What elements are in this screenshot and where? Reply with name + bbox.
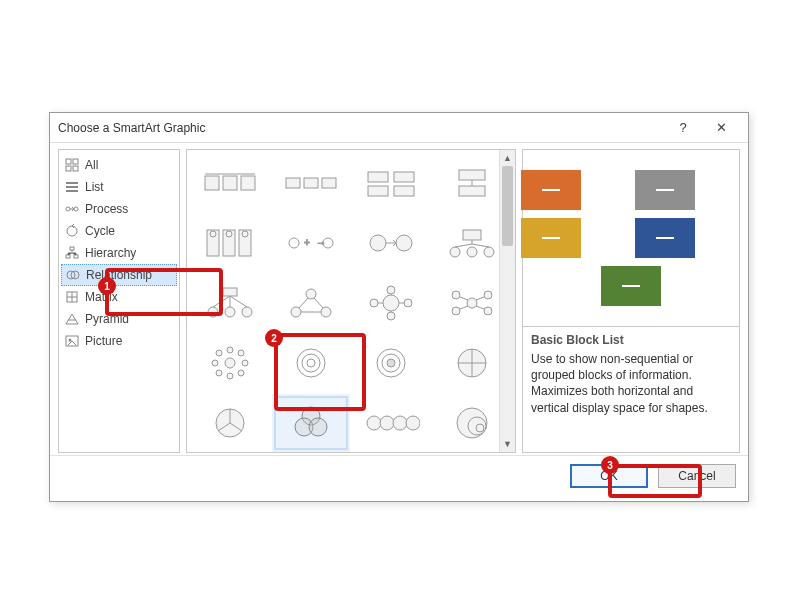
- close-button[interactable]: ✕: [702, 114, 740, 142]
- svg-point-61: [452, 291, 460, 299]
- svg-rect-22: [286, 178, 300, 188]
- svg-rect-2: [66, 166, 71, 171]
- svg-point-87: [393, 416, 407, 430]
- layout-thumb[interactable]: [191, 154, 270, 212]
- category-label: Cycle: [85, 224, 115, 238]
- svg-point-73: [238, 370, 244, 376]
- category-cycle[interactable]: Cycle: [61, 220, 177, 242]
- layout-thumb[interactable]: [272, 274, 351, 332]
- svg-point-8: [74, 207, 78, 211]
- category-matrix[interactable]: Matrix: [61, 286, 177, 308]
- svg-point-45: [450, 247, 460, 257]
- svg-point-75: [302, 354, 320, 372]
- pyramid-icon: [65, 312, 79, 326]
- category-pyramid[interactable]: Pyramid: [61, 308, 177, 330]
- gallery-scrollbar[interactable]: ▲ ▼: [499, 150, 515, 452]
- svg-rect-0: [66, 159, 71, 164]
- list-icon: [65, 180, 79, 194]
- category-hierarchy[interactable]: Hierarchy: [61, 242, 177, 264]
- help-button[interactable]: ?: [664, 114, 702, 142]
- svg-point-60: [467, 298, 477, 308]
- layout-thumb[interactable]: [191, 274, 270, 332]
- svg-rect-11: [66, 255, 70, 258]
- svg-point-46: [467, 247, 477, 257]
- category-label: Matrix: [85, 290, 118, 304]
- category-label: Picture: [85, 334, 122, 348]
- layout-thumb[interactable]: +→: [272, 214, 351, 272]
- svg-rect-28: [394, 186, 414, 196]
- svg-point-58: [387, 286, 395, 294]
- matrix-icon: [65, 290, 79, 304]
- ok-button[interactable]: OK: [570, 464, 648, 488]
- svg-point-56: [370, 299, 378, 307]
- layout-thumb[interactable]: [272, 154, 351, 212]
- preview-block-orange: [521, 170, 581, 210]
- svg-point-72: [216, 370, 222, 376]
- svg-rect-23: [304, 178, 318, 188]
- svg-point-7: [66, 207, 70, 211]
- svg-point-38: [289, 238, 299, 248]
- layout-thumb[interactable]: [352, 154, 431, 212]
- layout-thumb[interactable]: [352, 274, 431, 332]
- svg-point-57: [404, 299, 412, 307]
- svg-text:→: →: [316, 237, 326, 248]
- cycle-icon: [65, 224, 79, 238]
- category-relationship[interactable]: Relationship: [61, 264, 177, 286]
- category-list-item[interactable]: List: [61, 176, 177, 198]
- svg-point-85: [367, 416, 381, 430]
- svg-point-50: [225, 307, 235, 317]
- layout-thumb[interactable]: [272, 334, 351, 392]
- preview-block-yellow: [521, 218, 581, 258]
- svg-point-47: [484, 247, 494, 257]
- svg-point-53: [291, 307, 301, 317]
- svg-point-9: [67, 226, 77, 236]
- preview-image: [522, 149, 740, 327]
- svg-point-66: [227, 347, 233, 353]
- layout-thumb-basic-venn[interactable]: [272, 394, 351, 452]
- svg-point-69: [242, 360, 248, 366]
- category-process[interactable]: Process: [61, 198, 177, 220]
- svg-point-17: [69, 339, 72, 342]
- svg-rect-30: [459, 186, 485, 196]
- category-label: All: [85, 158, 98, 172]
- svg-point-43: [396, 235, 412, 251]
- preview-pane: Basic Block List Use to show non-sequent…: [522, 149, 740, 453]
- svg-point-37: [242, 231, 248, 237]
- svg-point-86: [380, 416, 394, 430]
- category-label: List: [85, 180, 104, 194]
- svg-point-52: [306, 289, 316, 299]
- svg-point-70: [216, 350, 222, 356]
- picture-icon: [65, 334, 79, 348]
- svg-point-68: [212, 360, 218, 366]
- svg-rect-10: [70, 247, 74, 250]
- layout-thumb[interactable]: [352, 334, 431, 392]
- category-label: Relationship: [86, 268, 152, 282]
- category-all[interactable]: All: [61, 154, 177, 176]
- svg-point-84: [309, 418, 327, 436]
- svg-point-62: [484, 291, 492, 299]
- layout-gallery: +→: [186, 149, 516, 453]
- svg-rect-4: [66, 182, 78, 184]
- svg-point-59: [387, 312, 395, 320]
- preview-title: Basic Block List: [531, 333, 731, 347]
- svg-point-51: [242, 307, 252, 317]
- category-picture[interactable]: Picture: [61, 330, 177, 352]
- scroll-up-arrow-icon[interactable]: ▲: [500, 150, 515, 166]
- scrollbar-thumb[interactable]: [502, 166, 513, 246]
- svg-rect-20: [241, 176, 255, 190]
- svg-rect-3: [73, 166, 78, 171]
- svg-text:+: +: [304, 237, 310, 248]
- svg-point-64: [484, 307, 492, 315]
- svg-rect-26: [394, 172, 414, 182]
- scroll-down-arrow-icon[interactable]: ▼: [500, 436, 515, 452]
- svg-rect-48: [223, 288, 237, 296]
- layout-thumb[interactable]: [352, 214, 431, 272]
- svg-point-65: [225, 358, 235, 368]
- cancel-button[interactable]: Cancel: [658, 464, 736, 488]
- layout-thumb[interactable]: [191, 214, 270, 272]
- relationship-icon: [66, 268, 80, 282]
- layout-thumb[interactable]: [191, 334, 270, 392]
- preview-block-gray: [635, 170, 695, 210]
- layout-thumb[interactable]: [191, 394, 270, 452]
- layout-thumb[interactable]: [352, 394, 431, 452]
